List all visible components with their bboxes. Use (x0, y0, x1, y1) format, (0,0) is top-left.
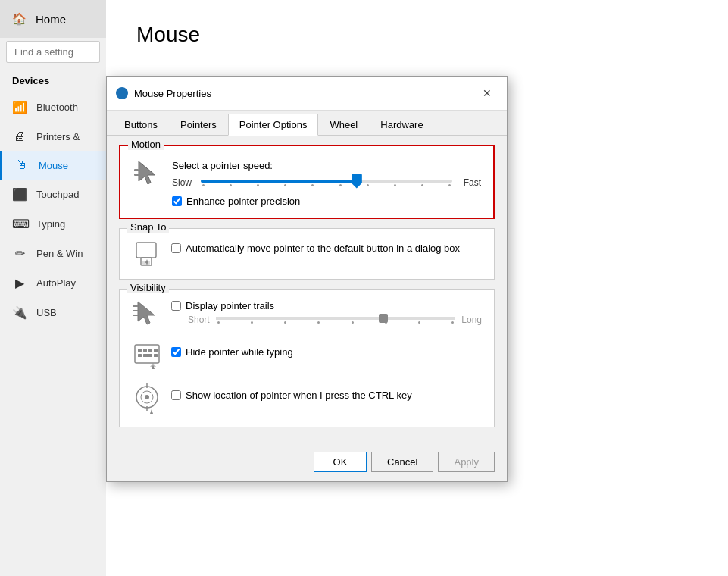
tab-hardware[interactable]: Hardware (369, 114, 434, 136)
dialog-tabs: Buttons Pointers Pointer Options Wheel H… (107, 111, 507, 136)
show-ctrl-checkbox-row[interactable]: Show location of pointer when I press th… (171, 390, 482, 401)
svg-rect-14 (143, 349, 147, 352)
short-label: Short (188, 315, 210, 325)
sidebar-item-label: AutoPlay (36, 277, 76, 289)
trails-dots (216, 321, 456, 324)
svg-rect-2 (134, 169, 139, 171)
speed-slider-thumb[interactable] (352, 174, 362, 189)
motion-section-title: Motion (128, 139, 164, 150)
cancel-button[interactable]: Cancel (371, 452, 433, 472)
dialog-title-text: Mouse Properties (134, 88, 211, 99)
dialog-close-button[interactable]: ✕ (476, 83, 498, 104)
hide-typing-checkbox-row[interactable]: Hide pointer while typing (171, 346, 482, 358)
enhance-precision-checkbox[interactable] (172, 196, 182, 206)
devices-section-title: Devices (0, 72, 106, 92)
trails-label: Display pointer trails (186, 300, 274, 311)
trails-icon (132, 300, 162, 333)
dialog-titlebar: Mouse Properties ✕ (107, 77, 507, 111)
enhance-precision-label: Enhance pointer precision (186, 196, 300, 207)
sidebar: 🏠 Home Devices 📶 Bluetooth 🖨 Printers & … (0, 0, 106, 576)
mouse-icon: 🖱 (14, 158, 30, 172)
motion-icon (133, 160, 163, 187)
svg-rect-19 (154, 354, 158, 357)
hide-typing-checkbox[interactable] (171, 347, 181, 357)
tab-pointers[interactable]: Pointers (169, 114, 228, 136)
snap-to-checkbox-row[interactable]: Automatically move pointer to the defaul… (171, 243, 482, 254)
fast-label: Fast (458, 177, 481, 188)
tab-pointer-options[interactable]: Pointer Options (228, 114, 319, 136)
trails-slider-thumb[interactable] (379, 314, 388, 323)
long-label: Long (461, 315, 482, 325)
speed-slider-container[interactable] (201, 180, 452, 186)
svg-rect-1 (134, 174, 140, 176)
home-label: Home (36, 13, 66, 26)
svg-marker-8 (138, 302, 155, 324)
speed-slider-fill (201, 180, 357, 183)
dialog-title-left: Mouse Properties (116, 87, 211, 99)
snap-to-content: Automatically move pointer to the defaul… (171, 239, 482, 254)
snap-to-section: Snap To Automatically move pointer to th… (119, 228, 495, 280)
trails-checkbox-row[interactable]: Display pointer trails (171, 300, 482, 311)
svg-marker-0 (139, 161, 155, 184)
search-input[interactable] (6, 41, 100, 63)
trails-slider-container[interactable] (216, 317, 456, 324)
printers-icon: 🖨 (12, 130, 27, 143)
dialog-footer: OK Cancel Apply (107, 446, 507, 481)
speed-slider-track[interactable] (201, 180, 452, 183)
usb-icon: 🔌 (12, 305, 27, 320)
visibility-section-title: Visibility (127, 282, 169, 293)
enhance-precision-checkbox-row[interactable]: Enhance pointer precision (172, 196, 481, 207)
trails-row: Display pointer trails Short (132, 300, 482, 333)
trails-slider-track[interactable] (216, 317, 456, 320)
svg-rect-18 (143, 354, 152, 357)
bluetooth-icon: 📶 (12, 100, 27, 114)
page-title: Mouse (136, 23, 698, 47)
show-ctrl-checkbox[interactable] (171, 390, 181, 400)
sidebar-item-pen[interactable]: ✏ Pen & Win (0, 239, 106, 268)
svg-rect-7 (142, 261, 150, 265)
sidebar-home[interactable]: 🏠 Home (0, 0, 106, 38)
sidebar-item-typing[interactable]: ⌨ Typing (0, 209, 106, 239)
trails-content: Display pointer trails Short (171, 300, 482, 325)
svg-point-24 (145, 395, 149, 399)
sidebar-item-label: Typing (36, 218, 65, 230)
motion-section: Motion Select a pointer speed: Slow (119, 145, 495, 219)
home-icon: 🏠 (12, 12, 27, 26)
ok-button[interactable]: OK (314, 452, 367, 472)
sidebar-item-printers[interactable]: 🖨 Printers & (0, 122, 106, 151)
slow-label: Slow (172, 177, 195, 188)
touchpad-icon: ⬛ (12, 187, 27, 202)
sidebar-item-usb[interactable]: 🔌 USB (0, 298, 106, 327)
sidebar-item-bluetooth[interactable]: 📶 Bluetooth (0, 92, 106, 122)
visibility-section-inner: Display pointer trails Short (120, 290, 494, 427)
snap-to-icon (132, 239, 162, 268)
typing-icon: ⌨ (12, 217, 27, 231)
trails-checkbox[interactable] (171, 301, 181, 311)
sidebar-item-label: USB (36, 307, 57, 318)
speed-slider-row: Slow (172, 177, 481, 188)
sidebar-item-autoplay[interactable]: ▶ AutoPlay (0, 268, 106, 298)
tab-wheel[interactable]: Wheel (318, 114, 369, 136)
sidebar-item-touchpad[interactable]: ⬛ Touchpad (0, 180, 106, 209)
show-ctrl-label: Show location of pointer when I press th… (186, 390, 412, 401)
snap-to-section-inner: Automatically move pointer to the defaul… (120, 229, 494, 279)
hide-typing-icon (132, 340, 162, 373)
apply-button[interactable]: Apply (438, 452, 495, 472)
sidebar-item-label: Bluetooth (36, 102, 78, 113)
slider-dots (201, 184, 452, 186)
motion-content: Select a pointer speed: Slow (172, 160, 481, 207)
visibility-section: Visibility Dis (119, 289, 495, 427)
svg-rect-13 (138, 349, 142, 352)
svg-rect-15 (148, 349, 152, 352)
sidebar-item-label: Touchpad (36, 189, 79, 200)
svg-marker-27 (150, 409, 153, 414)
sidebar-item-mouse[interactable]: 🖱 Mouse (0, 151, 106, 180)
hide-typing-row: Hide pointer while typing (132, 340, 482, 373)
hide-typing-label: Hide pointer while typing (186, 346, 293, 358)
snap-to-checkbox[interactable] (171, 243, 181, 253)
trails-slider-row: Short (188, 315, 482, 325)
tab-buttons[interactable]: Buttons (113, 114, 169, 136)
mouse-properties-dialog: Mouse Properties ✕ Buttons Pointers Poin… (106, 76, 508, 482)
show-ctrl-icon (132, 380, 162, 416)
snap-to-section-title: Snap To (127, 221, 169, 233)
